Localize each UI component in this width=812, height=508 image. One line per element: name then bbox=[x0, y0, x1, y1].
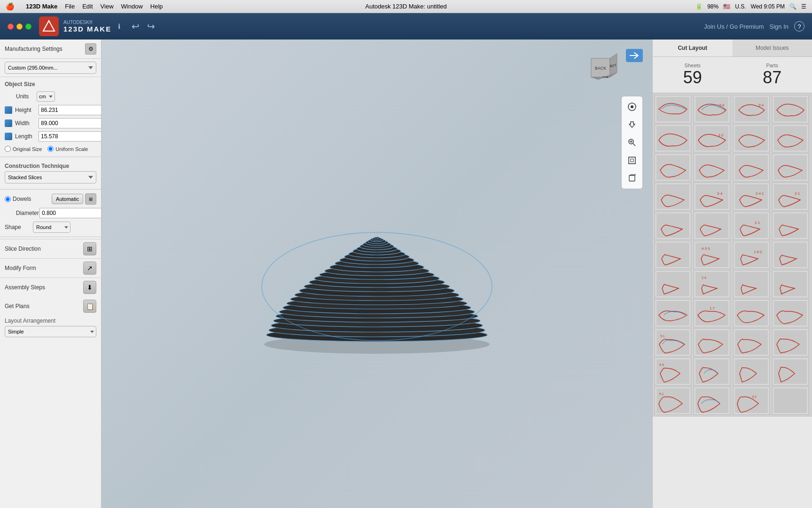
technique-select[interactable]: Stacked Slices bbox=[5, 171, 96, 183]
panel-cell-7[interactable] bbox=[733, 124, 770, 152]
panel-cell-5[interactable] bbox=[655, 124, 691, 152]
automatic-button[interactable]: Automatic bbox=[52, 194, 83, 204]
panel-cell-20[interactable] bbox=[772, 212, 809, 240]
panel-cell-3[interactable]: 3·4 bbox=[733, 95, 770, 123]
gear-button[interactable]: ⚙ bbox=[85, 43, 96, 55]
width-input[interactable] bbox=[39, 118, 102, 128]
shape-select[interactable]: Round bbox=[33, 222, 70, 233]
panel-cell-19[interactable]: 2·1 bbox=[733, 212, 770, 240]
panel-cell-23[interactable]: 1·6·2 bbox=[733, 241, 770, 269]
panel-cell-36[interactable] bbox=[772, 328, 809, 357]
parts-stat: Parts 87 bbox=[763, 63, 781, 87]
join-premium-link[interactable]: Join Us / Go Premium bbox=[704, 23, 764, 30]
cursor-tool-button[interactable] bbox=[624, 98, 640, 115]
panel-cell-15[interactable]: 2·4·1 bbox=[733, 183, 770, 211]
preset-select[interactable]: Custom (295.00mm... bbox=[5, 62, 96, 74]
menu-view[interactable]: View bbox=[101, 3, 114, 10]
help-icon[interactable]: ? bbox=[794, 21, 804, 32]
original-size-label[interactable]: Original Size bbox=[5, 146, 42, 152]
panel-cell-40[interactable] bbox=[772, 357, 809, 386]
panel-cell-11[interactable] bbox=[733, 153, 770, 182]
export-arrow-button[interactable] bbox=[626, 49, 643, 62]
panel-cell-24[interactable] bbox=[772, 241, 809, 269]
diameter-input[interactable] bbox=[39, 208, 102, 218]
panel-cell-13[interactable] bbox=[655, 183, 691, 211]
slice-direction-button[interactable]: ⊞ bbox=[83, 242, 96, 255]
panel-cell-33[interactable]: 5·1 bbox=[655, 328, 691, 357]
panel-cell-38[interactable] bbox=[694, 357, 730, 386]
panel-cell-1[interactable] bbox=[655, 95, 691, 123]
units-select[interactable]: cm bbox=[37, 91, 55, 102]
orientation-cube[interactable]: BACK BOT TOM bbox=[582, 49, 619, 87]
maximize-button[interactable] bbox=[25, 24, 31, 30]
panel-cell-44[interactable] bbox=[772, 387, 809, 415]
frame-tool-button[interactable] bbox=[624, 152, 640, 169]
panel-cell-34[interactable] bbox=[694, 328, 730, 357]
app-menu-item[interactable]: 123D Make bbox=[26, 3, 57, 10]
panel-cell-39[interactable] bbox=[733, 357, 770, 386]
panel-cell-42[interactable] bbox=[694, 387, 730, 415]
original-size-radio[interactable] bbox=[5, 146, 11, 152]
length-input[interactable] bbox=[39, 131, 102, 142]
panel-cell-29[interactable] bbox=[655, 299, 691, 327]
panel-cell-22[interactable]: 4·3·3 bbox=[694, 241, 730, 269]
tab-cut-layout[interactable]: Cut Layout bbox=[653, 40, 733, 56]
panel-cell-6[interactable]: 3·3 bbox=[694, 124, 730, 152]
panel-cell-31[interactable] bbox=[733, 299, 770, 327]
undo-button[interactable]: ↩ bbox=[130, 19, 141, 34]
scale-row: Original Size Uniform Scale bbox=[0, 143, 101, 155]
svg-rect-105 bbox=[774, 359, 807, 384]
panel-cell-21[interactable] bbox=[655, 241, 691, 269]
search-icon[interactable]: 🔍 bbox=[789, 3, 796, 10]
svg-text:1·7: 1·7 bbox=[710, 306, 715, 310]
panel-cell-4[interactable] bbox=[772, 95, 809, 123]
panel-cell-17[interactable] bbox=[655, 212, 691, 240]
panel-cell-8[interactable] bbox=[772, 124, 809, 152]
length-icon bbox=[5, 133, 12, 140]
dowels-icon-button[interactable]: ⊞ bbox=[85, 193, 96, 205]
assembly-steps-button[interactable]: ⬇ bbox=[83, 281, 96, 294]
panel-cell-18[interactable] bbox=[694, 212, 730, 240]
height-input[interactable] bbox=[39, 105, 102, 115]
menu-icon[interactable]: ☰ bbox=[801, 3, 806, 10]
info-icon[interactable]: ℹ bbox=[118, 23, 120, 30]
panel-cell-14[interactable]: 3·4 bbox=[694, 183, 730, 211]
menu-help[interactable]: Help bbox=[150, 3, 163, 10]
svg-rect-64 bbox=[656, 155, 689, 180]
panel-cell-30[interactable]: 1·7 bbox=[694, 299, 730, 327]
panel-cell-25[interactable] bbox=[655, 270, 691, 298]
get-plans-button[interactable]: 📋 bbox=[83, 300, 96, 313]
height-row: Height ▲ ▼ bbox=[0, 103, 101, 117]
apple-menu[interactable]: 🍎 bbox=[6, 2, 15, 11]
panel-cell-41[interactable]: 5·1 bbox=[655, 387, 691, 415]
redo-button[interactable]: ↪ bbox=[145, 19, 157, 34]
uniform-scale-label[interactable]: Uniform Scale bbox=[47, 146, 88, 152]
tab-model-issues[interactable]: Model Issues bbox=[733, 40, 812, 56]
3d-view-button[interactable] bbox=[624, 170, 640, 187]
panel-cell-32[interactable] bbox=[772, 299, 809, 327]
panel-cell-37[interactable]: 4·3 bbox=[655, 357, 691, 386]
panel-cell-16[interactable]: 2·1 bbox=[772, 183, 809, 211]
panel-cell-9[interactable] bbox=[655, 153, 691, 182]
panel-cell-35[interactable] bbox=[733, 328, 770, 357]
height-label: Height bbox=[15, 107, 39, 113]
close-button[interactable] bbox=[8, 24, 14, 30]
panel-cell-12[interactable] bbox=[772, 153, 809, 182]
sign-in-link[interactable]: Sign In bbox=[770, 23, 789, 30]
panel-cell-10[interactable] bbox=[694, 153, 730, 182]
uniform-scale-radio[interactable] bbox=[47, 146, 54, 152]
modify-form-button[interactable]: ↗ bbox=[83, 262, 96, 275]
panel-cell-27[interactable] bbox=[733, 270, 770, 298]
menu-file[interactable]: File bbox=[65, 3, 75, 10]
dowels-radio[interactable] bbox=[5, 196, 11, 202]
panel-cell-28[interactable] bbox=[772, 270, 809, 298]
panel-cell-43[interactable]: 3·2 bbox=[733, 387, 770, 415]
zoom-tool-button[interactable] bbox=[624, 134, 640, 151]
pan-tool-button[interactable] bbox=[624, 116, 640, 133]
layout-select[interactable]: Simple bbox=[5, 326, 96, 337]
panel-cell-26[interactable]: 2·4 bbox=[694, 270, 730, 298]
panel-cell-2[interactable]: 3·4 bbox=[694, 95, 730, 123]
minimize-button[interactable] bbox=[16, 24, 23, 30]
menu-edit[interactable]: Edit bbox=[82, 3, 93, 10]
menu-window[interactable]: Window bbox=[121, 3, 143, 10]
